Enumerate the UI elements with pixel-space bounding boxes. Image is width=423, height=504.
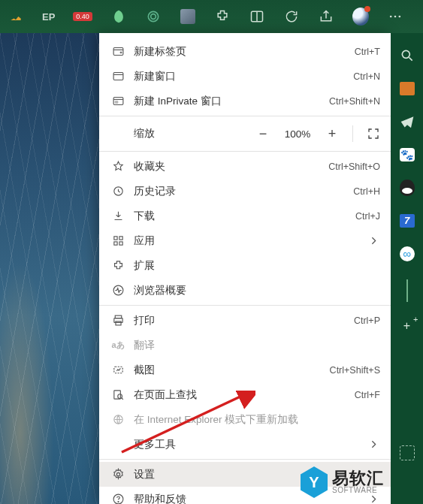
split-screen-icon[interactable] [249, 8, 265, 25]
svg-point-26 [117, 394, 122, 399]
toolbar-item-ep[interactable]: EP [42, 8, 55, 25]
toolbar-badge[interactable]: 0.40 [73, 8, 92, 25]
sidebar-telegram-icon[interactable] [398, 113, 416, 131]
menu-shortcut: Ctrl+Shift+S [330, 365, 380, 376]
sidebar-baidu-icon[interactable]: 🐾 [398, 146, 416, 164]
svg-rect-6 [113, 48, 123, 56]
sidebar-add-button[interactable]: + [398, 317, 416, 335]
menu-shortcut: Ctrl+J [355, 211, 380, 222]
browser-top-toolbar: EP 0.40 [0, 0, 423, 33]
chevron-right-icon [367, 234, 380, 248]
menu-item-favorites[interactable]: 收藏夹 Ctrl+Shift+O [99, 154, 391, 179]
menu-shortcut: Ctrl+T [355, 47, 380, 57]
settings-and-more-menu: 新建标签页 Ctrl+T 新建窗口 Ctrl+N 新建 InPrivate 窗口… [99, 33, 391, 504]
toolbar-item-chatgpt-icon[interactable] [145, 8, 162, 25]
svg-point-28 [116, 472, 119, 475]
menu-label: 在页面上查找 [134, 388, 346, 402]
menu-label: 更多工具 [134, 438, 358, 451]
svg-point-30 [117, 501, 118, 502]
download-icon [111, 210, 125, 223]
sidebar-qq-icon[interactable] [398, 179, 416, 197]
new-window-icon [111, 70, 125, 83]
toolbar-item-animal-icon[interactable] [8, 8, 24, 25]
zoom-out-button[interactable]: − [250, 122, 276, 145]
separator [99, 459, 391, 460]
separator [352, 125, 353, 142]
menu-item-ie-mode: 在 Internet Explorer 模式下重新加载 [99, 407, 391, 432]
svg-point-32 [402, 50, 409, 58]
sidebar-divider [406, 279, 408, 302]
svg-rect-17 [119, 237, 122, 240]
menu-label: 应用 [134, 234, 358, 248]
watermark: Y 易软汇 SOFTWARE [301, 466, 384, 498]
svg-point-4 [394, 16, 397, 18]
menu-item-new-window[interactable]: 新建窗口 Ctrl+N [99, 64, 391, 89]
svg-rect-10 [113, 73, 123, 80]
svg-rect-19 [119, 242, 122, 245]
menu-item-translate: aあ 翻译 [99, 333, 391, 358]
share-icon[interactable] [318, 8, 334, 25]
svg-point-5 [398, 16, 400, 18]
menu-item-browser-essentials[interactable]: 浏览器概要 [99, 278, 391, 303]
sidebar-link-icon[interactable]: ∞ [398, 245, 416, 263]
page-content-background [0, 33, 99, 504]
menu-item-new-inprivate[interactable]: 新建 InPrivate 窗口 Ctrl+Shift+N [99, 89, 391, 113]
svg-rect-18 [113, 242, 116, 245]
zoom-value: 100% [280, 128, 315, 140]
profile-avatar[interactable] [352, 8, 369, 25]
zoom-label: 缩放 [134, 127, 246, 140]
menu-item-extensions[interactable]: 扩展 [99, 253, 391, 278]
sidebar-briefcase-icon[interactable] [398, 80, 416, 98]
separator [99, 151, 391, 152]
menu-label: 在 Internet Explorer 模式下重新加载 [134, 413, 380, 427]
zoom-in-button[interactable]: + [319, 122, 345, 145]
menu-shortcut: Ctrl+Shift+O [328, 161, 380, 172]
menu-shortcut: Ctrl+F [355, 390, 380, 400]
chevron-right-icon [367, 438, 380, 451]
menu-item-history[interactable]: 历史记录 Ctrl+H [99, 179, 391, 204]
edge-sidebar: 🐾 7 ∞ + [391, 33, 423, 504]
toolbar-item-leaf-icon[interactable] [110, 8, 127, 25]
svg-rect-16 [113, 237, 116, 240]
more-menu-button[interactable] [387, 8, 403, 25]
apps-icon [111, 234, 125, 248]
svg-rect-14 [115, 101, 118, 104]
menu-label: 新建 InPrivate 窗口 [134, 95, 320, 108]
sidebar-7-icon[interactable]: 7 [398, 212, 416, 230]
toolbar-item-avatar[interactable] [180, 8, 196, 25]
menu-label: 收藏夹 [134, 160, 319, 174]
refresh-icon[interactable] [283, 8, 300, 25]
svg-rect-25 [113, 391, 120, 399]
menu-item-more-tools[interactable]: 更多工具 [99, 432, 391, 457]
pulse-icon [111, 284, 125, 297]
sidebar-customize-icon[interactable] [398, 444, 416, 462]
translate-icon: aあ [111, 339, 125, 352]
extensions-icon[interactable] [214, 8, 231, 25]
menu-item-screenshot[interactable]: 截图 Ctrl+Shift+S [99, 358, 391, 382]
menu-shortcut: Ctrl+P [354, 315, 380, 326]
menu-label: 翻译 [134, 339, 380, 352]
menu-item-find[interactable]: 在页面上查找 Ctrl+F [99, 382, 391, 407]
menu-item-new-tab[interactable]: 新建标签页 Ctrl+T [99, 39, 391, 64]
new-tab-icon [111, 45, 125, 59]
sidebar-search-icon[interactable] [398, 47, 416, 65]
menu-shortcut: Ctrl+N [353, 71, 380, 82]
menu-label: 新建标签页 [134, 45, 346, 59]
separator [99, 116, 391, 116]
menu-label: 浏览器概要 [134, 284, 380, 297]
menu-item-print[interactable]: 打印 Ctrl+P [99, 308, 391, 333]
menu-label: 打印 [134, 314, 345, 327]
screenshot-icon [111, 364, 125, 377]
inprivate-icon [111, 95, 125, 108]
svg-point-0 [148, 11, 158, 21]
find-icon [111, 388, 125, 402]
svg-rect-23 [115, 321, 120, 325]
menu-item-zoom: 缩放 − 100% + [99, 119, 391, 149]
fullscreen-button[interactable] [361, 122, 386, 145]
menu-label: 新建窗口 [134, 70, 344, 83]
menu-item-apps[interactable]: 应用 [99, 228, 391, 253]
help-icon [111, 493, 125, 505]
watermark-text-cn: 易软汇 [332, 470, 384, 487]
print-icon [111, 314, 125, 327]
menu-item-downloads[interactable]: 下载 Ctrl+J [99, 204, 391, 228]
